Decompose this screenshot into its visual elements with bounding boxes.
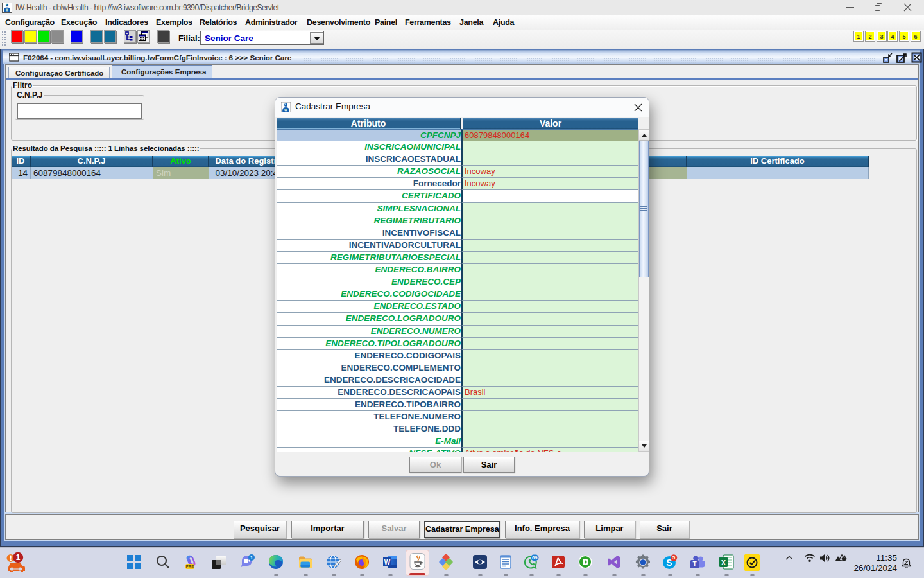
svg-text:5: 5	[672, 555, 676, 561]
svg-text:69: 69	[532, 555, 537, 561]
svg-text:T: T	[692, 561, 696, 568]
svg-text:X: X	[721, 559, 726, 566]
svg-text:PRE: PRE	[186, 565, 194, 568]
svg-text:W: W	[384, 559, 391, 566]
svg-text:1: 1	[250, 555, 253, 561]
svg-text:1: 1	[16, 553, 21, 562]
